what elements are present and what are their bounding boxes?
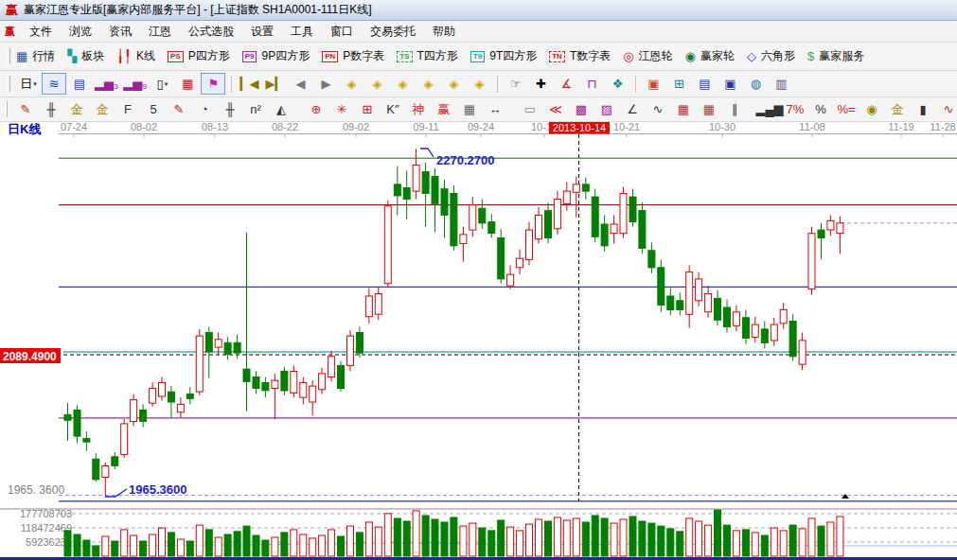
volume-bar[interactable]: [536, 519, 542, 556]
win-tool-button[interactable]: 赢: [432, 98, 456, 120]
pen-2-button[interactable]: ✎: [167, 98, 191, 120]
volume-bar[interactable]: [479, 528, 486, 556]
candle[interactable]: [112, 457, 118, 466]
volume-bar[interactable]: [186, 541, 193, 556]
candle[interactable]: [789, 322, 796, 357]
candle[interactable]: [488, 222, 495, 234]
volume-bar[interactable]: [131, 535, 137, 556]
candle[interactable]: [224, 342, 231, 354]
volume-bar[interactable]: [93, 546, 99, 556]
toolbar-grip[interactable]: [6, 76, 10, 92]
volume-bar[interactable]: [328, 530, 335, 556]
bars-9-button[interactable]: ▂▅₉: [121, 73, 149, 95]
volume-bar[interactable]: [752, 533, 758, 556]
volume-bar[interactable]: [319, 535, 326, 556]
candle[interactable]: [403, 188, 410, 200]
candle[interactable]: [159, 383, 166, 397]
volume-bar[interactable]: [658, 526, 665, 556]
diamond-left-button[interactable]: ◈: [339, 73, 363, 95]
clamp-tool-button[interactable]: ⊓: [579, 73, 604, 95]
candle[interactable]: [140, 410, 147, 421]
candle[interactable]: [780, 309, 787, 324]
candle[interactable]: [394, 184, 400, 196]
volume-bar[interactable]: [563, 520, 570, 556]
volume-bar[interactable]: [470, 523, 476, 556]
candle[interactable]: [253, 377, 259, 389]
candle[interactable]: [827, 220, 834, 230]
candle[interactable]: [545, 211, 552, 238]
candle[interactable]: [733, 312, 739, 326]
hand-tool-button[interactable]: ☞: [503, 73, 527, 95]
speed-rays-button[interactable]: ≪: [543, 98, 568, 120]
volume-bar[interactable]: [545, 521, 552, 556]
volume-bar[interactable]: [234, 532, 240, 556]
menu-item-江恩[interactable]: 江恩: [140, 21, 180, 43]
candle[interactable]: [536, 215, 542, 238]
candle[interactable]: [761, 329, 768, 343]
toolbar-grip[interactable]: [6, 48, 10, 64]
volume-bar[interactable]: [780, 531, 787, 556]
rays-box-button[interactable]: ▨: [594, 98, 619, 120]
menu-item-工具[interactable]: 工具: [282, 21, 322, 43]
volume-bar[interactable]: [403, 521, 410, 556]
volume-bar[interactable]: [121, 530, 128, 556]
volume-bar[interactable]: [140, 541, 147, 556]
candle[interactable]: [102, 466, 109, 478]
menu-item-设置[interactable]: 设置: [242, 21, 282, 43]
volume-bar[interactable]: [629, 516, 636, 556]
candle[interactable]: [507, 274, 514, 286]
volume-bar[interactable]: [243, 526, 250, 556]
candle[interactable]: [498, 238, 505, 279]
grid-red-2-button[interactable]: ▦: [697, 98, 721, 120]
crosshair-tool-button[interactable]: ✚: [528, 73, 553, 95]
toolbar-p-number-table-button[interactable]: PNP数字表: [322, 48, 384, 64]
volume-bar[interactable]: [441, 522, 448, 556]
starburst-button[interactable]: ✳: [329, 98, 354, 120]
candle[interactable]: [799, 341, 806, 364]
candle[interactable]: [742, 318, 749, 339]
candle[interactable]: [262, 383, 269, 391]
volume-bar[interactable]: [83, 540, 90, 556]
angle-lines-button[interactable]: ∠: [620, 98, 645, 120]
volume-bar[interactable]: [112, 541, 118, 556]
candle[interactable]: [715, 298, 721, 320]
candle[interactable]: [131, 400, 137, 422]
candle[interactable]: [64, 414, 71, 420]
candle[interactable]: [639, 211, 646, 249]
candle[interactable]: [620, 194, 627, 234]
volume-bar[interactable]: [818, 526, 824, 556]
candle[interactable]: [629, 197, 636, 222]
shen-tool-button[interactable]: 神: [406, 98, 431, 120]
candle[interactable]: [168, 392, 174, 402]
volume-bar[interactable]: [677, 532, 683, 556]
volume-bar[interactable]: [667, 529, 674, 556]
candle[interactable]: [281, 372, 288, 392]
gold-gann-1-button[interactable]: 金: [64, 98, 89, 120]
menu-item-文件[interactable]: 文件: [21, 21, 61, 43]
candle[interactable]: [658, 268, 665, 306]
candle[interactable]: [611, 224, 617, 234]
candle[interactable]: [328, 357, 335, 377]
candle[interactable]: [563, 191, 570, 203]
ruler-5-button[interactable]: 5: [141, 98, 166, 120]
grid-123-button[interactable]: ▦: [457, 98, 482, 120]
calculator-button[interactable]: ⊞: [666, 73, 691, 95]
volume-bar[interactable]: [696, 521, 702, 556]
menu-item-交易委托[interactable]: 交易委托: [362, 21, 424, 43]
volume-bar[interactable]: [177, 539, 184, 556]
n-square-button[interactable]: n²: [243, 98, 268, 120]
candle[interactable]: [648, 251, 655, 268]
volume-bar[interactable]: [705, 525, 712, 556]
candle[interactable]: [243, 369, 250, 381]
volume-bar[interactable]: [347, 526, 354, 556]
volume-bar[interactable]: [554, 517, 560, 556]
wave-a-button[interactable]: ∿: [936, 98, 957, 120]
candle[interactable]: [186, 394, 193, 399]
volume-bar[interactable]: [384, 514, 391, 556]
workstation-button[interactable]: ▥: [769, 73, 793, 95]
prev-bar-button[interactable]: ◀: [288, 73, 312, 95]
toolbar-quotes-button[interactable]: ▦行情: [16, 48, 55, 64]
candle[interactable]: [375, 294, 381, 315]
volume-bar[interactable]: [422, 516, 429, 556]
candle[interactable]: [83, 439, 90, 443]
